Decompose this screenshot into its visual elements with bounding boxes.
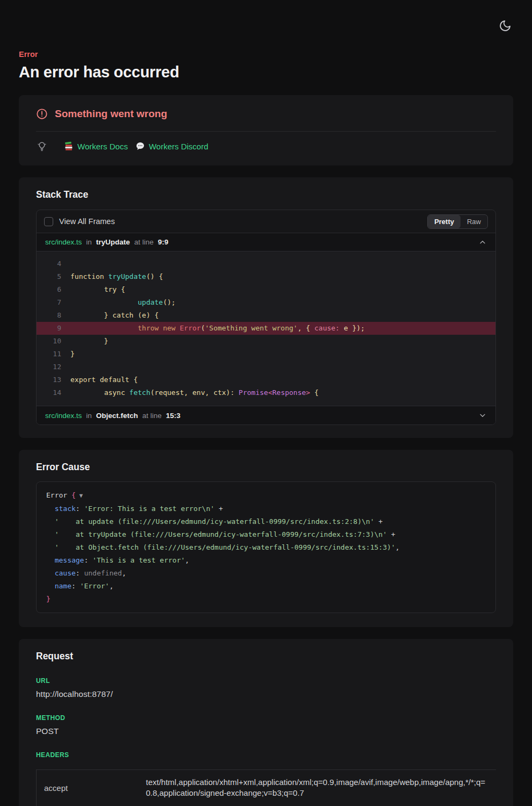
error-eyebrow: Error bbox=[19, 50, 513, 59]
url-label: URL bbox=[36, 677, 496, 685]
books-icon bbox=[64, 141, 74, 151]
workers-discord-link[interactable]: Workers Discord bbox=[135, 141, 209, 151]
pretty-raw-toggle: Pretty Raw bbox=[427, 214, 488, 229]
cause-line: ' at Object.fetch (file:///Users/edmund/… bbox=[46, 541, 486, 554]
frame-function: tryUpdate bbox=[96, 238, 130, 246]
cause-line: Error { ▼ bbox=[46, 489, 486, 502]
line-number: 4 bbox=[37, 257, 61, 270]
line-number: 12 bbox=[37, 361, 61, 373]
line-number: 6 bbox=[37, 283, 61, 296]
moon-icon bbox=[499, 19, 512, 32]
alert-title: Something went wrong bbox=[55, 108, 167, 120]
code-line: 7 update(); bbox=[37, 296, 495, 309]
code-line: 14 async fetch(request, env, ctx): Promi… bbox=[37, 386, 495, 399]
code-line: 9 throw new Error('Something went wrong'… bbox=[37, 322, 495, 335]
stack-frame-header[interactable]: src/index.ts in tryUpdate at line 9:9 bbox=[37, 233, 495, 251]
frame-in-label: in bbox=[86, 412, 92, 420]
headers-table: accepttext/html,application/xhtml+xml,ap… bbox=[36, 769, 496, 806]
code-line: 5function tryUpdate() { bbox=[37, 270, 495, 283]
frame-at-label: at line bbox=[142, 412, 162, 420]
frame-in-label: in bbox=[86, 238, 92, 246]
raw-button[interactable]: Raw bbox=[461, 215, 487, 228]
line-number: 7 bbox=[37, 296, 61, 309]
page-title: An error has occurred bbox=[19, 63, 513, 81]
workers-docs-link[interactable]: Workers Docs bbox=[64, 141, 128, 151]
headers-label: HEADERS bbox=[36, 751, 496, 759]
cause-line: message: 'This is a test error', bbox=[46, 554, 486, 567]
cause-line: } bbox=[46, 593, 486, 606]
view-all-frames-checkbox[interactable] bbox=[44, 217, 53, 226]
stack-trace-toolbar: View All Frames Pretty Raw bbox=[37, 210, 495, 233]
view-all-frames-toggle[interactable]: View All Frames bbox=[44, 217, 115, 226]
line-number: 10 bbox=[37, 335, 61, 348]
chevron-up-icon bbox=[478, 238, 487, 247]
code-lines: 45function tryUpdate() {6 try {7 update(… bbox=[37, 257, 495, 399]
divider bbox=[36, 131, 496, 132]
error-cause-card: Error Cause Error { ▼ stack: 'Error: Thi… bbox=[19, 450, 513, 627]
line-number: 9 bbox=[37, 322, 61, 335]
frame-function: Object.fetch bbox=[96, 412, 138, 420]
pretty-button[interactable]: Pretty bbox=[428, 215, 461, 228]
header-value: text/html,application/xhtml+xml,applicat… bbox=[139, 770, 497, 806]
stack-trace-card: Stack Trace View All Frames Pretty Raw s… bbox=[19, 177, 513, 438]
lightbulb-icon bbox=[36, 140, 48, 152]
cause-line: ' at tryUpdate (file:///Users/edmund/icy… bbox=[46, 528, 486, 541]
cause-line: stack: 'Error: This is a test error\n' + bbox=[46, 502, 486, 515]
line-number: 13 bbox=[37, 373, 61, 386]
error-cause-object: Error { ▼ stack: 'Error: This is a test … bbox=[46, 489, 486, 606]
error-cause-heading: Error Cause bbox=[36, 462, 496, 473]
frame-line-number: 9:9 bbox=[158, 238, 169, 246]
code-line: 6 try { bbox=[37, 283, 495, 296]
cause-line: ' at update (file:///Users/edmund/icy-wa… bbox=[46, 515, 486, 528]
url-value: http://localhost:8787/ bbox=[36, 689, 496, 699]
line-number: 8 bbox=[37, 309, 61, 322]
line-number: 11 bbox=[37, 348, 61, 361]
cause-line: name: 'Error', bbox=[46, 580, 486, 593]
code-line: 11} bbox=[37, 348, 495, 361]
frame-line-number: 15:3 bbox=[166, 412, 181, 420]
stack-frame-header[interactable]: src/index.ts in Object.fetch at line 15:… bbox=[37, 406, 495, 424]
line-number: 14 bbox=[37, 386, 61, 399]
error-cause-box: Error { ▼ stack: 'Error: This is a test … bbox=[36, 481, 496, 613]
method-value: POST bbox=[36, 726, 496, 736]
speech-balloon-icon bbox=[135, 141, 145, 151]
workers-docs-label: Workers Docs bbox=[77, 142, 128, 151]
header-row: accepttext/html,application/xhtml+xml,ap… bbox=[37, 770, 497, 806]
request-heading: Request bbox=[36, 651, 496, 662]
theme-toggle-button[interactable] bbox=[498, 18, 513, 33]
frame-at-label: at line bbox=[134, 238, 154, 246]
code-line: 12 bbox=[37, 361, 495, 373]
chevron-down-icon bbox=[478, 411, 487, 420]
stack-trace-heading: Stack Trace bbox=[36, 189, 496, 200]
stack-trace-box: View All Frames Pretty Raw src/index.ts … bbox=[36, 210, 496, 425]
view-all-frames-label: View All Frames bbox=[59, 217, 115, 226]
code-line: 8 } catch (e) { bbox=[37, 309, 495, 322]
request-card: Request URL http://localhost:8787/ METHO… bbox=[19, 639, 513, 806]
frame-file: src/index.ts bbox=[45, 238, 82, 246]
alert-card: Something went wrong Workers Docs bbox=[19, 95, 513, 165]
alert-circle-icon bbox=[36, 108, 48, 120]
header-name: accept bbox=[37, 770, 139, 806]
code-line: 10 } bbox=[37, 335, 495, 348]
frame-file: src/index.ts bbox=[45, 412, 82, 420]
cause-line: cause: undefined, bbox=[46, 567, 486, 580]
method-label: METHOD bbox=[36, 714, 496, 722]
workers-discord-label: Workers Discord bbox=[149, 142, 209, 151]
code-line: 13export default { bbox=[37, 373, 495, 386]
error-page: Error An error has occurred Something we… bbox=[0, 0, 532, 806]
code-viewer: 45function tryUpdate() {6 try {7 update(… bbox=[37, 251, 495, 406]
line-number: 5 bbox=[37, 270, 61, 283]
code-line: 4 bbox=[37, 257, 495, 270]
